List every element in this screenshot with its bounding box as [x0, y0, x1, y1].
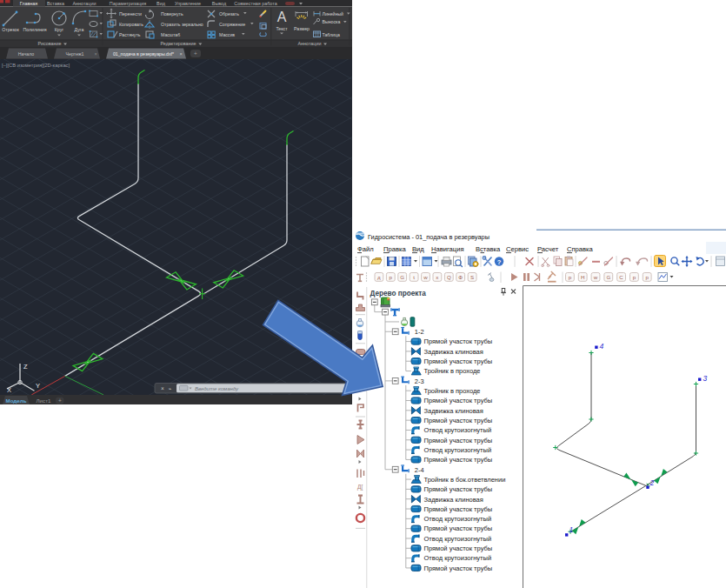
svg-text:Прямой участок трубы: Прямой участок трубы [424, 485, 493, 493]
svg-text:Главная: Главная [20, 1, 38, 6]
svg-text:p: p [645, 274, 649, 280]
svg-text:Круг: Круг [55, 27, 63, 32]
svg-text:[–][СВ изометрия][2D-каркас]: [–][СВ изометрия][2D-каркас] [2, 63, 70, 68]
svg-text:Вид: Вид [412, 245, 424, 253]
svg-text:Копировать: Копировать [119, 22, 143, 27]
svg-text:Файл: Файл [357, 245, 374, 253]
svg-text:Z: Z [23, 363, 28, 371]
svg-text:Гидросистема - 01_подача в рез: Гидросистема - 01_подача в резервуары [368, 233, 490, 241]
svg-text:Модель: Модель [6, 398, 27, 404]
svg-text:Отвод крутоизогнутый: Отвод крутоизогнутый [424, 535, 492, 543]
svg-text:Лист1: Лист1 [37, 398, 51, 404]
svg-text:w: w [593, 274, 598, 280]
svg-text:×: × [94, 51, 97, 57]
svg-text:Задвижка клиновая: Задвижка клиновая [424, 348, 483, 356]
svg-text:Дерево проекта: Дерево проекта [370, 290, 427, 297]
svg-text:Аннотации: Аннотации [298, 41, 322, 46]
svg-text:Отвод крутоизогнутый: Отвод крутоизогнутый [424, 426, 492, 434]
svg-text:Полилиния: Полилиния [23, 27, 47, 32]
svg-text:Прямой участок трубы: Прямой участок трубы [424, 397, 493, 404]
svg-text:Расчет: Расчет [537, 245, 559, 253]
svg-text:Рисование: Рисование [37, 41, 61, 46]
svg-text:Прямой участок трубы: Прямой участок трубы [424, 337, 493, 345]
svg-text:Вставка: Вставка [47, 1, 64, 6]
svg-text:Отвод крутоизогнутый: Отвод крутоизогнутый [424, 515, 492, 523]
svg-text:01_подача в резервуары.dxf*: 01_подача в резервуары.dxf* [113, 51, 174, 57]
svg-text:Чертеж1: Чертеж1 [65, 51, 83, 57]
svg-text:Прямой участок трубы: Прямой участок трубы [424, 456, 493, 464]
svg-text:Параметризация: Параметризация [110, 1, 146, 6]
svg-text:Справка: Справка [567, 245, 594, 253]
svg-text:Выноска: Выноска [323, 19, 341, 24]
svg-text:Линейный: Линейный [323, 11, 344, 17]
svg-text:2-4: 2-4 [415, 466, 424, 474]
svg-text:Сопряжение: Сопряжение [219, 22, 245, 27]
svg-text:Размер: Размер [294, 26, 310, 31]
svg-text:Прямой участок трубы: Прямой участок трубы [424, 437, 493, 444]
svg-text:Прямой участок трубы: Прямой участок трубы [424, 525, 493, 532]
svg-text:Отвод крутоизогнутый: Отвод крутоизогнутый [424, 446, 492, 454]
svg-text:Аннотации: Аннотации [73, 1, 97, 6]
svg-text:?: ? [497, 258, 502, 266]
svg-text:Прямой участок трубы: Прямой участок трубы [424, 545, 493, 552]
svg-text:Текст: Текст [276, 26, 288, 31]
svg-text:1: 1 [569, 525, 574, 534]
svg-text:Вывод: Вывод [212, 1, 227, 6]
svg-text:Тройник в проходе: Тройник в проходе [424, 367, 481, 375]
svg-text:Задвижка клиновая: Задвижка клиновая [424, 407, 483, 415]
svg-text:Тройник в бок.ответвлении: Тройник в бок.ответвлении [424, 476, 506, 484]
svg-text:2-3: 2-3 [415, 378, 424, 385]
svg-text:×: × [179, 51, 182, 57]
svg-text:Начало: Начало [18, 51, 35, 57]
svg-text:H: H [581, 274, 584, 280]
svg-text:Отразить зеркально: Отразить зеркально [161, 22, 203, 27]
svg-text:Массив: Массив [219, 32, 235, 37]
svg-text:Таблица: Таблица [323, 32, 340, 37]
svg-text:Прямой участок трубы: Прямой участок трубы [424, 505, 493, 513]
svg-text:Y: Y [36, 382, 40, 390]
svg-text:Ф: Ф [458, 274, 463, 280]
svg-text:G: G [400, 274, 404, 280]
svg-text:Растянуть: Растянуть [119, 32, 141, 37]
svg-text:Отвод крутоизогнутый: Отвод крутоизогнутый [424, 554, 492, 562]
svg-text:Отрезок: Отрезок [2, 27, 19, 32]
svg-text:А: А [277, 10, 287, 24]
svg-text:+: + [58, 398, 62, 404]
svg-text:Управление: Управление [175, 1, 201, 6]
svg-text:w: w [423, 274, 428, 280]
svg-text:3: 3 [703, 374, 708, 383]
svg-text:Д[: Д[ [357, 484, 363, 491]
svg-text:+: + [194, 50, 197, 57]
svg-text:Прямой участок трубы: Прямой участок трубы [424, 565, 493, 572]
svg-text:t: t [413, 274, 415, 280]
svg-text:p: p [569, 274, 572, 280]
svg-text:д: д [377, 274, 381, 280]
svg-text:p: p [633, 274, 636, 280]
svg-text:Масштаб: Масштаб [161, 32, 180, 37]
svg-text:Прямой участок трубы: Прямой участок трубы [424, 357, 493, 365]
svg-text:Редактирование: Редактирование [160, 41, 196, 46]
svg-text:4: 4 [600, 342, 604, 351]
svg-text:Дуга: Дуга [75, 27, 84, 32]
svg-text:G: G [606, 274, 610, 280]
svg-text:Сервис: Сервис [506, 245, 529, 253]
svg-text:Q: Q [447, 274, 451, 280]
svg-text:⌁: ⌁ [169, 386, 172, 391]
svg-text:Тройник в проходе: Тройник в проходе [424, 387, 481, 395]
svg-text:×: × [161, 385, 164, 391]
svg-text:Навигация: Навигация [431, 245, 464, 253]
svg-text:Перенести: Перенести [119, 11, 142, 17]
svg-text:X: X [7, 386, 11, 394]
svg-text:Задвижка клиновая: Задвижка клиновая [424, 496, 483, 504]
svg-text:Правка: Правка [383, 245, 406, 253]
svg-text:1-2: 1-2 [415, 328, 424, 336]
svg-text:Обрезать: Обрезать [219, 11, 239, 17]
svg-text:Введите команду: Введите команду [195, 386, 239, 391]
svg-text:Повернуть: Повернуть [161, 11, 183, 17]
svg-text:Вставка: Вставка [476, 245, 501, 253]
svg-text:S: S [470, 274, 474, 280]
svg-text:C: C [619, 274, 623, 280]
svg-text:p: p [390, 274, 393, 280]
svg-text:Прямой участок трубы: Прямой участок трубы [424, 417, 493, 424]
svg-text:Совместная работа: Совместная работа [234, 1, 276, 6]
